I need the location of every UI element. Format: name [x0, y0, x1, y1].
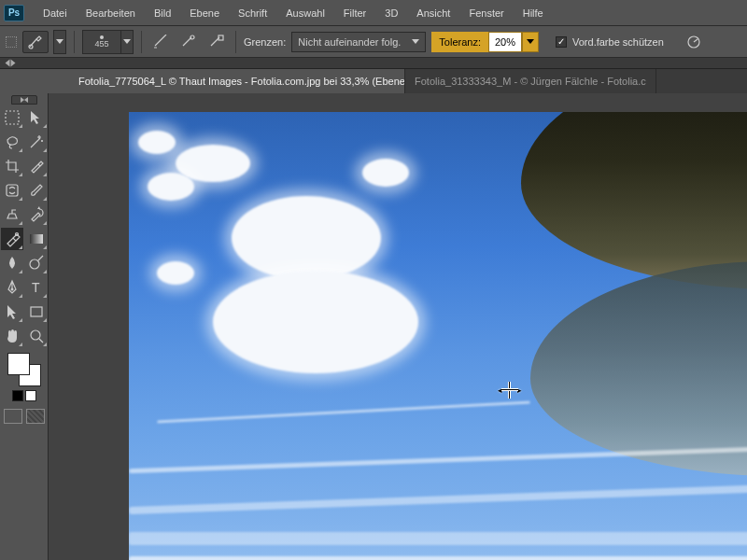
brush-tool[interactable]: [25, 179, 48, 202]
check-icon: ✓: [557, 37, 565, 47]
path-selection-tool[interactable]: [1, 301, 23, 323]
menu-filter[interactable]: Filter: [334, 0, 375, 25]
dock-handle[interactable]: [6, 36, 17, 48]
app-logo: Ps: [4, 5, 24, 21]
tool-preset-dropdown[interactable]: [53, 30, 66, 54]
menu-layer[interactable]: Ebene: [180, 0, 229, 25]
eyedropper-tool[interactable]: [25, 155, 48, 177]
tool-panel: T: [0, 93, 49, 560]
tolerance-label: Toleranz:: [431, 32, 488, 52]
sampling-once-button[interactable]: [177, 32, 200, 52]
dodge-tool[interactable]: [25, 252, 48, 274]
chevron-down-icon: [412, 39, 419, 44]
healing-brush-tool[interactable]: [1, 179, 23, 202]
svg-rect-5: [7, 185, 18, 196]
swap-colors-icon[interactable]: [25, 390, 36, 401]
brush-size-value: 455: [94, 39, 108, 49]
tolerance-dropdown[interactable]: [522, 32, 539, 52]
marquee-tool[interactable]: [1, 106, 23, 129]
sampling-swatch-button[interactable]: [205, 32, 228, 52]
tab-label: Fotolia_7775064_L © Thaut Images - Fotol…: [78, 76, 405, 87]
options-bar: 455 Grenzen: Nicht aufeinander folg. Tol…: [0, 26, 747, 58]
panel-expand-strip[interactable]: [0, 58, 747, 69]
svg-text:T: T: [32, 280, 40, 295]
background-eraser-tool[interactable]: [1, 228, 23, 250]
rectangle-shape-tool[interactable]: [25, 301, 48, 323]
move-cursor-icon: ◂▸: [501, 382, 518, 399]
svg-rect-7: [30, 234, 43, 244]
document-canvas[interactable]: [129, 112, 747, 560]
protect-foreground-label: Vord.farbe schützen: [572, 36, 664, 48]
menu-view[interactable]: Ansicht: [407, 0, 459, 25]
brush-preset[interactable]: 455: [82, 30, 121, 54]
blur-tool[interactable]: [1, 252, 23, 274]
menu-help[interactable]: Hilfe: [514, 0, 553, 25]
svg-point-9: [10, 288, 13, 291]
document-tab-inactive[interactable]: Fotolia_31333343_M - © Jürgen Fälchle - …: [405, 69, 656, 93]
menu-image[interactable]: Bild: [145, 0, 180, 25]
limits-label: Grenzen:: [244, 36, 286, 48]
hand-tool[interactable]: [1, 325, 23, 347]
menu-edit[interactable]: Bearbeiten: [77, 0, 145, 25]
document-tab-active[interactable]: Fotolia_7775064_L © Thaut Images - Fotol…: [69, 69, 405, 93]
svg-rect-11: [31, 307, 42, 316]
zoom-tool[interactable]: [25, 325, 48, 347]
menu-3d[interactable]: 3D: [375, 0, 407, 25]
separator: [74, 31, 75, 53]
foreground-swatch[interactable]: [7, 353, 30, 375]
svg-rect-4: [6, 111, 19, 124]
limits-value: Nicht aufeinander folg.: [298, 36, 401, 48]
canvas-area[interactable]: ◂▸: [69, 93, 747, 560]
panel-gutter: [49, 93, 69, 560]
default-colors-icon[interactable]: [12, 390, 23, 401]
current-tool-indicator[interactable]: [22, 31, 49, 53]
type-tool[interactable]: T: [25, 276, 48, 299]
quick-mask-toggle[interactable]: [4, 409, 22, 424]
workspace: T ◂▸: [0, 93, 747, 560]
menu-file[interactable]: Datei: [34, 0, 77, 25]
brush-preset-dropdown[interactable]: [120, 30, 134, 54]
magic-wand-tool[interactable]: [25, 131, 48, 153]
svg-point-8: [30, 259, 39, 269]
history-brush-tool[interactable]: [25, 203, 48, 226]
menu-select[interactable]: Auswahl: [276, 0, 334, 25]
separator: [141, 31, 142, 53]
clone-stamp-tool[interactable]: [1, 203, 23, 226]
protect-foreground-checkbox[interactable]: ✓: [556, 36, 567, 48]
color-swatches[interactable]: [7, 353, 41, 386]
svg-point-0: [29, 45, 33, 49]
tab-label: Fotolia_31333343_M - © Jürgen Fälchle - …: [415, 76, 646, 87]
sampling-continuous-button[interactable]: [149, 32, 172, 52]
document-tab-bar: Fotolia_7775064_L © Thaut Images - Fotol…: [69, 69, 747, 93]
menu-bar: Ps Datei Bearbeiten Bild Ebene Schrift A…: [0, 0, 747, 26]
move-tool[interactable]: [25, 106, 48, 129]
lasso-tool[interactable]: [1, 131, 23, 153]
gradient-tool[interactable]: [25, 228, 48, 250]
pen-tool[interactable]: [1, 276, 23, 299]
menu-type[interactable]: Schrift: [229, 0, 276, 25]
tool-panel-collapse[interactable]: [11, 95, 37, 105]
screen-mode-toggle[interactable]: [26, 409, 45, 424]
svg-point-3: [688, 36, 699, 48]
crop-tool[interactable]: [1, 155, 23, 177]
menu-window[interactable]: Fenster: [459, 0, 513, 25]
tolerance-input[interactable]: 20%: [488, 32, 522, 52]
svg-point-12: [31, 330, 40, 340]
pressure-button[interactable]: [683, 32, 705, 52]
separator: [235, 31, 236, 53]
limits-select[interactable]: Nicht aufeinander folg.: [291, 32, 426, 52]
